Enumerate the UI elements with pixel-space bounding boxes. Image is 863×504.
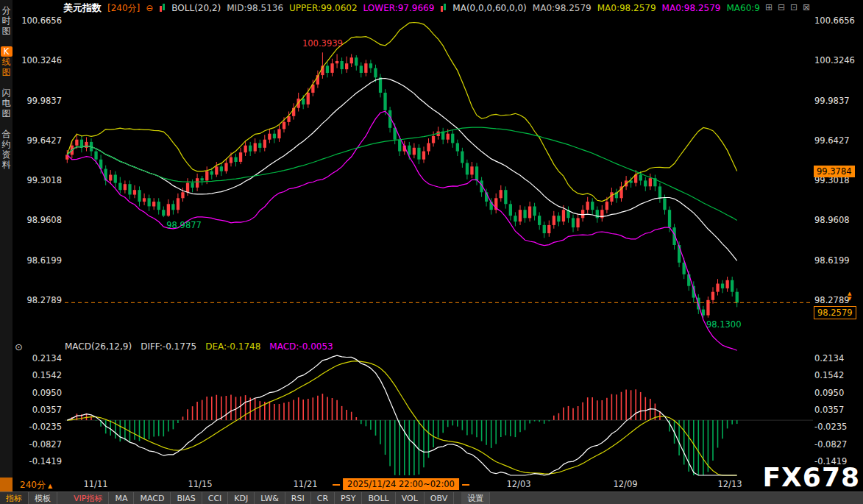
toolbar-item-templates[interactable]: 模板 xyxy=(29,492,57,504)
time-label: 11/15 xyxy=(188,479,212,489)
toolbar-item-kdj[interactable]: KDJ xyxy=(228,492,255,504)
trading-app: 100.393998.987798.1300 美元指数 [240分] ⊖ BOL… xyxy=(0,0,863,504)
time-label: 11/11 xyxy=(83,479,107,489)
down-arrow-icon[interactable]: ▼ xyxy=(848,297,851,302)
macd-label: MACD(26,12,9) xyxy=(65,341,132,352)
toolbar-item-rsi[interactable]: RSI xyxy=(285,492,311,504)
toolbar-item-cr[interactable]: CR xyxy=(311,492,335,504)
toolbar-item-lwr[interactable]: LW& xyxy=(255,492,285,504)
svg-text:98.1300: 98.1300 xyxy=(706,319,742,330)
boll-label: BOLL(20,2) xyxy=(171,3,221,13)
boll-lower-value: LOWER:97.9669 xyxy=(363,3,435,13)
ma1-value: MA0:98.2579 xyxy=(533,3,592,13)
time-label: 11/21 xyxy=(293,479,317,489)
toolbar-item-settings[interactable]: 设置 xyxy=(461,492,490,504)
ma2-value: MA0:98.2579 xyxy=(597,3,656,13)
ma-label: MA(0,0,0,60,0,0) xyxy=(452,3,526,13)
candlestick-chart-canvas[interactable]: 100.393998.987798.1300 xyxy=(0,0,863,504)
layout-horizontal-split-icon[interactable]: ⊟ xyxy=(776,2,786,13)
layout-grid-icon[interactable]: ⊞ xyxy=(764,2,774,13)
sidebar-item-contract-info[interactable]: 合约资料 xyxy=(0,124,13,175)
selected-time-range: 2025/11/24 22:00~02:00 xyxy=(343,478,459,490)
symbol-name: 美元指数 xyxy=(63,1,102,15)
macd-diff-value: DIFF:-0.1775 xyxy=(141,341,196,352)
ma3-value: MA0:98.2579 xyxy=(662,3,721,13)
toolbar-item-bias[interactable]: BIAS xyxy=(171,492,202,504)
sidebar-item-time-chart[interactable]: 分时图 xyxy=(0,0,13,41)
boll-mid-value: MID:98.5136 xyxy=(227,3,283,13)
period-selector[interactable]: 240分▲ xyxy=(20,479,52,491)
zoom-out-icon[interactable]: ⊖ xyxy=(146,3,153,13)
ma-indicator-icon xyxy=(440,4,447,13)
macd-header: MACD(26,12,9) DIFF:-0.1775 DEA:-0.1748 M… xyxy=(65,341,333,352)
layout-single-icon[interactable]: ⊡ xyxy=(789,2,799,13)
time-label: 12/09 xyxy=(613,479,637,489)
svg-text:100.3939: 100.3939 xyxy=(302,38,343,49)
window-controls: ⊞⊟⊡⊠ xyxy=(764,2,811,13)
svg-text:98.9877: 98.9877 xyxy=(166,220,202,230)
boll-upper-value: UPPER:99.0602 xyxy=(289,3,357,13)
toolbar-item-vip-indicators[interactable]: VIP指标 xyxy=(68,492,109,504)
toolbar-item-vol[interactable]: VOL xyxy=(396,492,425,504)
last-price-badge: 98.2579 xyxy=(814,306,856,319)
period-tag: [240分] xyxy=(107,2,140,15)
indicator-cycle-icon[interactable]: ⊙ xyxy=(15,341,23,352)
toolbar-item-boll[interactable]: BOLL xyxy=(362,492,395,504)
time-label: 12/03 xyxy=(506,479,530,489)
price-marker-badge: 99.3784 xyxy=(814,166,855,177)
sidebar-collapse-button[interactable] xyxy=(0,478,13,491)
toolbar-item-ma[interactable]: MA xyxy=(109,492,134,504)
watermark: FX678 xyxy=(763,462,861,492)
time-label: 12/13 xyxy=(717,479,742,489)
toolbar-item-indicators[interactable]: 指标 xyxy=(0,492,29,504)
ma60-value: MA60:9 xyxy=(726,3,760,13)
macd-dea-value: DEA:-0.1748 xyxy=(205,341,260,352)
layout-close-icon[interactable]: ⊠ xyxy=(801,2,811,13)
toolbar-item-cci[interactable]: CCI xyxy=(202,492,229,504)
sidebar: 分时图K线图闪电图合约资料 xyxy=(0,0,13,478)
sidebar-item-flash-chart[interactable]: 闪电图 xyxy=(0,82,13,124)
chart-header: 美元指数 [240分] ⊖ BOLL(20,2) MID:98.5136 UPP… xyxy=(63,0,760,16)
sidebar-item-kline-chart[interactable]: K线图 xyxy=(0,41,13,82)
toolbar-item-obv[interactable]: OBV xyxy=(425,492,454,504)
time-axis: 240分▲ 2025/11/24 22:00~02:00 11/1111/151… xyxy=(13,477,863,491)
toolbar-item-macd[interactable]: MACD xyxy=(134,492,171,504)
indicator-toolbar: 指标模板VIP指标MAMACDBIASCCIKDJLW&RSICRPSYBOLL… xyxy=(0,491,863,504)
toolbar-item-psy[interactable]: PSY xyxy=(335,492,362,504)
price-step-arrows[interactable]: ▲ ▼ xyxy=(848,291,851,302)
macd-macd-value: MACD:-0.0053 xyxy=(269,341,333,352)
up-triangle-icon: ▲ xyxy=(48,483,52,489)
boll-indicator-icon xyxy=(159,4,166,13)
